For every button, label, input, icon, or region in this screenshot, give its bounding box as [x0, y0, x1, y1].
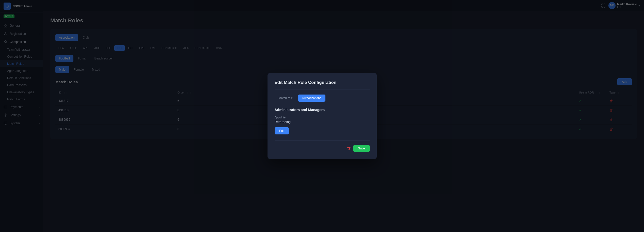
modal-section-title: Administrators and Managers [275, 108, 370, 112]
modal-title: Edit Match Role Configuration [275, 80, 370, 89]
modal-edit-button[interactable]: Edit [275, 127, 289, 134]
modal-tab-authorizations[interactable]: Authorizations [298, 95, 325, 102]
appointer-field: Appointer Refereeing [275, 116, 370, 124]
edit-modal: Edit Match Role Configuration Match role… [268, 73, 377, 159]
modal-delete-button[interactable] [347, 146, 351, 151]
modal-footer: Save [275, 141, 370, 152]
appointer-value: Refereeing [275, 120, 370, 124]
modal-overlay[interactable]: Edit Match Role Configuration Match role… [0, 0, 644, 232]
modal-tab-match-role[interactable]: Match role [275, 95, 297, 102]
modal-save-button[interactable]: Save [353, 145, 369, 152]
modal-tabs: Match role Authorizations [275, 95, 370, 102]
appointer-label: Appointer [275, 116, 370, 119]
